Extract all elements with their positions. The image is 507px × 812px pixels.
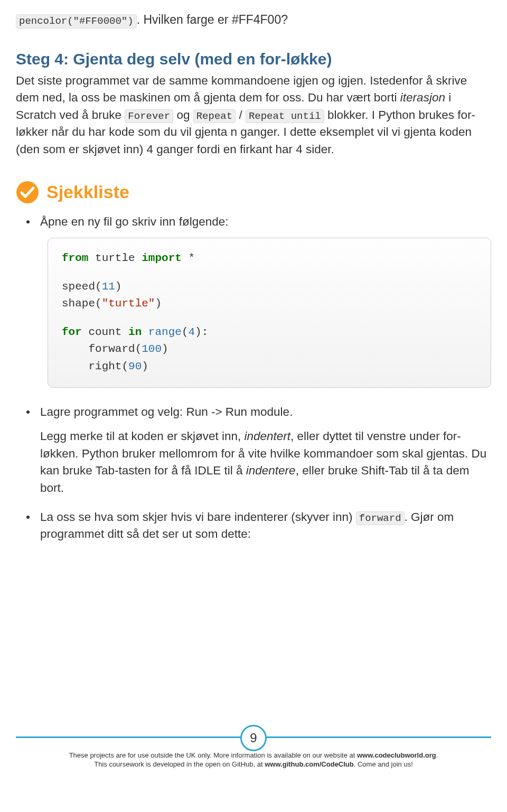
list-item: Åpne en ny fil go skriv inn følgende: fr… <box>34 213 491 388</box>
footer-url1: www.codeclubworld.org <box>357 751 436 759</box>
step4-paragraph: Det siste programmet var de samme komman… <box>16 72 491 158</box>
checklist-item1-text: Åpne en ny fil go skriv inn følgende: <box>40 215 228 228</box>
item3-p1: La oss se hva som skjer hvis vi bare ind… <box>40 510 356 524</box>
code-str: "turtle" <box>102 297 155 310</box>
code-paren: ) <box>142 360 148 372</box>
code-fn-range: range <box>148 326 182 338</box>
inline-code-forward: forward <box>356 511 405 526</box>
footer-url2: www.github.com/CodeClub <box>265 760 354 768</box>
checkmark-icon <box>16 181 39 204</box>
footer-line2a: This coursework is developed in the open… <box>94 760 265 768</box>
code-text: * <box>182 252 195 264</box>
code-fn-speed: speed <box>62 281 95 293</box>
step4-italic1: iterasjon <box>400 91 445 104</box>
code-indent <box>62 360 88 372</box>
code-kw-import: import <box>142 252 182 264</box>
code-kw-for: for <box>62 326 82 338</box>
code-blank-line <box>62 267 477 278</box>
code-kw-in: in <box>128 326 142 338</box>
code-blank-line <box>62 313 477 324</box>
inline-code-repeat: Repeat <box>193 109 236 124</box>
code-paren: ( <box>121 360 128 372</box>
intro-after-text: . Hvilken farge er #FF4F00? <box>137 13 288 26</box>
list-item: La oss se hva som skjer hvis vi bare ind… <box>34 509 491 543</box>
checklist-list: Åpne en ny fil go skriv inn følgende: fr… <box>16 213 491 543</box>
code-text <box>142 326 148 338</box>
inline-code-repeat-until: Repeat until <box>246 109 324 124</box>
inline-code-forever: Forever <box>125 109 173 124</box>
code-paren: ( <box>95 297 102 310</box>
code-num: 90 <box>128 360 142 372</box>
code-paren: ) <box>155 297 162 310</box>
page-footer: 9 These projects are for use outside the… <box>0 736 507 777</box>
footer-line1c: . <box>436 751 438 759</box>
intro-inline-code: pencolor("#FF0000") <box>16 14 137 29</box>
step4-slash: / <box>236 108 246 122</box>
code-paren: ( <box>95 281 102 293</box>
code-kw-from: from <box>62 252 88 264</box>
code-text: count <box>82 326 128 338</box>
code-fn-shape: shape <box>62 297 95 310</box>
code-paren: ): <box>195 326 208 338</box>
step4-heading: Steg 4: Gjenta deg selv (med en for-løkk… <box>16 50 491 68</box>
code-paren: ) <box>115 281 122 293</box>
svg-point-0 <box>16 181 39 203</box>
footer-line1a: These projects are for use outside the U… <box>69 751 357 759</box>
code-indent <box>62 343 88 355</box>
code-paren: ( <box>135 343 142 355</box>
checklist-header: Sjekkliste <box>16 181 491 204</box>
footer-rule: 9 <box>16 736 491 738</box>
page-container: pencolor("#FF0000"). Hvilken farge er #F… <box>0 0 507 777</box>
code-num: 11 <box>102 281 115 293</box>
checklist-item2-text: Lagre programmet og velg: Run -> Run mod… <box>40 405 293 418</box>
checklist-title: Sjekkliste <box>46 182 129 202</box>
code-paren: ( <box>182 326 189 338</box>
code-fn-forward: forward <box>88 343 135 355</box>
item2b-p1: Legg merke til at koden er skjøvet inn, <box>40 430 244 443</box>
page-number: 9 <box>250 731 257 745</box>
item2b-italic2: indentere <box>246 464 296 477</box>
page-number-badge: 9 <box>240 725 267 751</box>
checklist-item2-detail: Legg merke til at koden er skjøvet inn, … <box>40 428 491 497</box>
code-paren: ) <box>162 343 168 355</box>
footer-line2c: . Come and join us! <box>354 760 413 768</box>
step4-p3: og <box>173 108 193 122</box>
intro-line: pencolor("#FF0000"). Hvilken farge er #F… <box>16 11 491 29</box>
item2b-italic1: indentert <box>244 430 290 443</box>
code-num: 100 <box>142 343 162 355</box>
code-block: from turtle import * speed(11) shape("tu… <box>48 238 491 387</box>
list-item: Lagre programmet og velg: Run -> Run mod… <box>34 404 491 497</box>
code-num: 4 <box>188 326 195 338</box>
step4-p1: Det siste programmet var de samme komman… <box>16 74 467 105</box>
code-fn-right: right <box>88 360 121 372</box>
code-text: turtle <box>88 252 142 264</box>
